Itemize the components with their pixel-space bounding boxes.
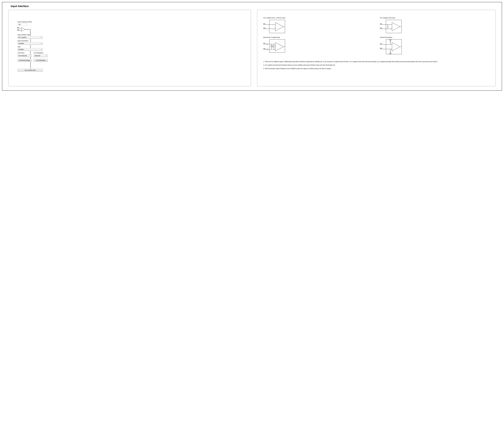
svg-text:GND: GND	[389, 39, 391, 40]
page-title: Input Interface	[11, 5, 496, 8]
los-readback-label: LOS Readback	[34, 52, 48, 54]
los-event-select[interactable]: Not-Detected	[17, 54, 32, 57]
svg-text:INN: INN	[380, 48, 382, 49]
diagram-internal-term-svg: INP INN GND	[380, 39, 404, 55]
diagram-ac-coupled: External AC Coupled Input INP INN	[263, 37, 376, 55]
los-event-column: LOS Event Not-Detected LOS Event Status	[17, 52, 32, 62]
svg-text:BIAS: BIAS	[271, 46, 274, 47]
aod-label: AOD	[17, 46, 44, 48]
note-2: 2. AC coupled and internal termination f…	[263, 64, 492, 66]
termination-label: Input Termination	[17, 40, 44, 42]
info-panel: DC Coupled HCSL / LPHCSL Input INP INN	[257, 10, 496, 86]
diagram-ac-coupled-svg: INP INN	[263, 39, 287, 53]
diagram-dc-hcsl-svg: INP INN	[263, 19, 287, 33]
termination-value: Disabled	[18, 43, 24, 44]
aod-value: Enabled	[18, 49, 24, 50]
controls-stack: Input Interface Type DC Coupled Input Te…	[17, 32, 44, 72]
diagram-dc-lvds-svg: INP INN	[380, 19, 404, 33]
notes: 1. There are four different types of dif…	[263, 61, 492, 70]
inn-pin-label: INN	[17, 29, 19, 31]
controls-panel: Input Frequency (MHz) INP INN	[8, 10, 251, 86]
diagram-dc-hcsl-title: DC Coupled HCSL / LPHCSL Input	[263, 17, 376, 19]
los-event-label: LOS Event	[17, 52, 32, 54]
diagram-grid: DC Coupled HCSL / LPHCSL Input INP INN	[263, 17, 492, 55]
interface-type-value: DC Coupled	[18, 37, 26, 38]
input-frequency-label: Input Frequency (MHz)	[17, 21, 44, 23]
interface-type-select[interactable]: DC Coupled	[17, 36, 43, 39]
aod-select[interactable]: Enabled	[17, 48, 43, 51]
los-columns: LOS Event Not-Detected LOS Event Status …	[17, 52, 44, 62]
svg-text:INN: INN	[263, 48, 265, 49]
controls-column: Input Frequency (MHz) INP INN	[17, 21, 44, 72]
los-event-value: Not-Detected	[18, 55, 27, 57]
termination-select[interactable]: Disabled	[17, 42, 43, 45]
input-frequency-group: Input Frequency (MHz)	[17, 21, 44, 26]
interface-type-label: Input Interface Type	[17, 34, 44, 35]
los-readback-value: Detected	[34, 55, 40, 57]
diagram-dc-lvds: DC Coupled LVDS Input INP INN	[380, 17, 492, 33]
los-rb-status-button[interactable]: LOS RB Status	[34, 59, 48, 62]
buffer-triangle-icon	[21, 28, 25, 31]
svg-text:INP: INP	[263, 43, 265, 44]
los-readback-select[interactable]: Detected	[34, 54, 48, 57]
panels-row: Input Frequency (MHz) INP INN	[8, 10, 496, 86]
svg-text:INP: INP	[380, 23, 382, 25]
svg-text:GND: GND	[389, 53, 391, 54]
outer-frame: Input Interface Input Frequency (MHz) IN…	[2, 2, 502, 91]
goto-device-info-button[interactable]: Go to Device Info	[17, 69, 43, 72]
svg-text:INP: INP	[380, 43, 382, 45]
los-event-status-button[interactable]: LOS Event Status	[17, 59, 32, 62]
diagram-ac-coupled-title: External AC Coupled Input	[263, 37, 376, 38]
svg-text:INP: INP	[263, 23, 265, 25]
input-buffer-glyph: INP INN	[17, 27, 44, 32]
diagram-internal-term-title: Internal Termination	[380, 37, 492, 38]
note-1: 1. There are four different types of dif…	[263, 61, 492, 63]
diagram-dc-hcsl: DC Coupled HCSL / LPHCSL Input INP INN	[263, 17, 376, 33]
svg-text:INN: INN	[380, 27, 382, 29]
input-frequency-field[interactable]	[17, 23, 27, 26]
note-3: 3. AOD (Automatic Output Disable) can be…	[263, 68, 492, 70]
svg-text:INN: INN	[263, 27, 265, 29]
diagram-internal-term: Internal Termination INP INN GND	[380, 37, 492, 55]
diagram-dc-lvds-title: DC Coupled LVDS Input	[380, 17, 492, 19]
los-readback-column: LOS Readback Detected LOS RB Status	[34, 52, 48, 62]
inp-pin-label: INP	[17, 27, 19, 28]
